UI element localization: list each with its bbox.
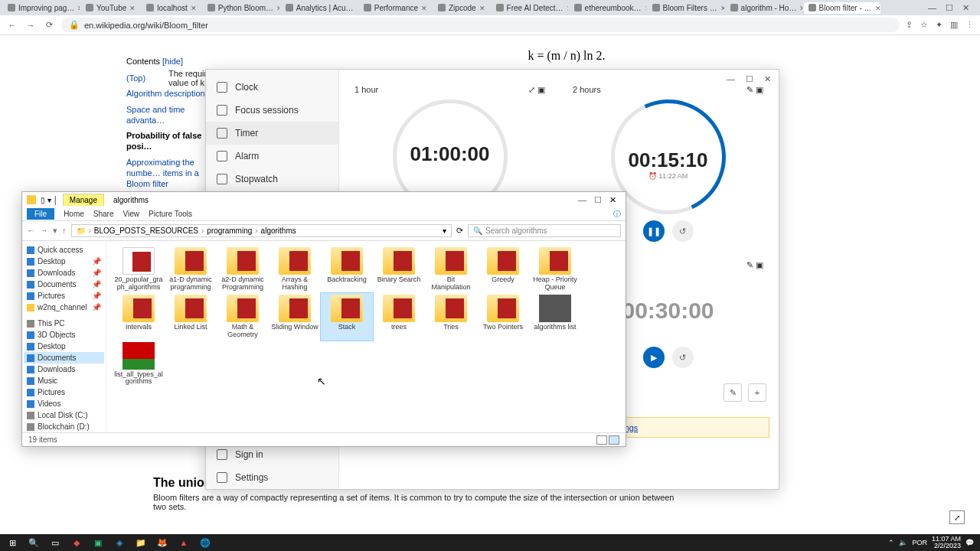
close-tab-icon[interactable]: ✕ [357,5,358,11]
ribbon-share[interactable]: Share [93,210,114,218]
reset-button[interactable]: ↺ [672,347,694,368]
sidebar-music[interactable]: Music [24,375,104,386]
close-tab-icon[interactable]: ✕ [645,5,646,11]
sidebar-desktop2[interactable]: Desktop [24,341,104,352]
browser-tab[interactable]: ethereumbook…✕ [570,2,646,14]
pin-icon[interactable]: ▣ [537,85,545,94]
ribbon-picture-tools[interactable]: Picture Tools [149,210,192,218]
folder-item[interactable]: Heap - Priority Queue [529,246,581,293]
folder-item[interactable]: algorithms list [529,293,581,341]
toc-link[interactable]: (Top) [126,70,211,86]
maximize-icon[interactable]: ☐ [946,3,953,13]
folder-item[interactable]: Bit Manipulation [425,246,477,293]
sidebar-pictures2[interactable]: Pictures [24,386,104,398]
clock-menu-item[interactable]: Alarm [206,145,338,168]
close-icon[interactable]: ✕ [962,3,969,13]
edit-icon[interactable]: ✎ [724,383,742,402]
sidebar-localc[interactable]: Local Disk (C:) [24,409,104,421]
clock[interactable]: 11:07 AM 2/2/2023 [932,536,961,549]
folder-item[interactable]: a2-D dynamic Programming [217,246,269,293]
app-icon[interactable]: ▣ [89,536,107,549]
sidebar-blockchain[interactable]: Blockchain (D:) [24,421,104,432]
browser-tab[interactable]: Python Bloom…✕ [203,2,279,14]
toc-link[interactable]: Space and time advanta… [126,102,211,129]
folder-item[interactable]: Backtracking [321,246,373,293]
folder-item[interactable]: Stack [321,293,373,341]
close-tab-icon[interactable]: ✕ [276,5,279,11]
minimize-icon[interactable]: — [578,195,586,205]
close-icon[interactable]: ✕ [609,195,616,205]
sidebar-videos[interactable]: Videos [24,398,104,409]
sidebar-documents[interactable]: Documents📌 [24,279,104,290]
up-button[interactable]: ↑ [62,226,67,236]
folder-item[interactable]: Arrays & Hashing [269,246,321,293]
pin-icon[interactable]: ▣ [756,260,763,269]
forward-button[interactable]: → [40,226,48,236]
folder-item[interactable]: Greedy [477,246,529,293]
folder-item[interactable]: Binary Search [373,246,425,293]
search-input[interactable]: 🔍 Search algorithms [468,224,621,237]
browser-tab[interactable]: Improving pag…✕ [3,2,80,14]
forward-button[interactable]: → [24,19,37,31]
sidebar-documents2[interactable]: Documents [24,352,104,364]
browser-tab[interactable]: Bloom Filters …✕ [648,2,724,14]
vscode-icon[interactable]: ◈ [110,536,129,549]
back-button[interactable]: ← [27,226,35,236]
ribbon-view[interactable]: View [123,210,140,218]
folder-item[interactable]: Sliding Window [269,293,321,341]
ribbon-home[interactable]: Home [64,210,84,218]
refresh-button[interactable]: ⟳ [456,226,463,236]
star-icon[interactable]: ☆ [920,20,928,30]
sidebar-3d[interactable]: 3D Objects [24,329,104,341]
help-icon[interactable]: ⓘ [613,209,621,220]
extensions-icon[interactable]: ✦ [936,20,942,30]
brave-icon[interactable]: ▲ [175,536,193,549]
notifications-icon[interactable]: 💬 [965,539,974,546]
minimize-icon[interactable]: — [928,3,936,13]
folder-item[interactable]: a1-D dynamic programming [165,246,217,293]
close-tab-icon[interactable]: ✕ [421,5,427,11]
clock-menu-item[interactable]: Clock [206,76,338,99]
play-button[interactable]: ▶ [643,347,665,368]
sidebar-channel[interactable]: w2nq_channel📌 [24,302,104,313]
close-tab-icon[interactable]: ✕ [129,5,136,11]
folder-item[interactable]: 20_popular_graph_algorithms [113,246,165,293]
reset-button[interactable]: ↺ [672,220,694,242]
firefox-icon[interactable]: 🦊 [153,536,172,549]
explorer-content[interactable]: ↖ 20_popular_graph_algorithmsa1-D dynami… [106,241,626,432]
app-icon[interactable]: ◆ [67,536,86,549]
sidebar-pictures[interactable]: Pictures📌 [24,290,104,302]
clock-menu-item[interactable]: Stopwatch [206,168,338,191]
maximize-icon[interactable]: ☐ [594,195,602,205]
sidebar-desktop[interactable]: Desktop📌 [24,256,104,267]
pause-button[interactable]: ❚❚ [643,220,665,242]
start-button[interactable]: ⊞ [3,536,21,549]
manage-tab[interactable]: Manage [63,194,104,206]
taskview-button[interactable]: ▭ [46,536,64,549]
close-tab-icon[interactable]: ✕ [191,5,197,11]
folder-item[interactable]: list_all_types_algorithms [113,341,165,388]
browser-tab[interactable]: Free AI Detect…✕ [492,2,568,14]
close-tab-icon[interactable]: ✕ [875,5,880,11]
folder-item[interactable]: Math & Geometry [217,293,269,341]
clock-menu-item[interactable]: Timer [206,122,338,145]
browser-tab[interactable]: Zipcode✕ [433,2,490,14]
folder-item[interactable]: Linked List [165,293,217,341]
clock-menu-item[interactable]: Focus sessions [206,99,338,122]
toc-link[interactable]: Algorithm description [126,86,211,101]
chrome-icon[interactable]: 🌐 [196,536,214,549]
lang-indicator[interactable]: POR [912,539,927,546]
search-button[interactable]: 🔍 [24,536,43,549]
toc-hide-link[interactable]: [hide] [162,57,183,66]
browser-tab[interactable]: Bloom filter - …✕ [804,2,880,14]
expand-icon[interactable]: ⤢ [528,85,535,94]
add-icon[interactable]: + [748,383,766,402]
toc-link[interactable]: Approximating the numbe… items in a Bloo… [126,155,211,192]
expand-icon[interactable]: ⤢ [949,510,965,524]
edit-icon[interactable]: ✎ [746,260,753,269]
pin-icon[interactable]: ▣ [756,85,763,94]
browser-tab[interactable]: Analytics | Acu…✕ [281,2,358,14]
browser-tab[interactable]: YouTube✕ [81,2,140,14]
sidebar-downloads2[interactable]: Downloads [24,364,104,375]
sidebar-quick-access[interactable]: Quick access [24,244,104,256]
